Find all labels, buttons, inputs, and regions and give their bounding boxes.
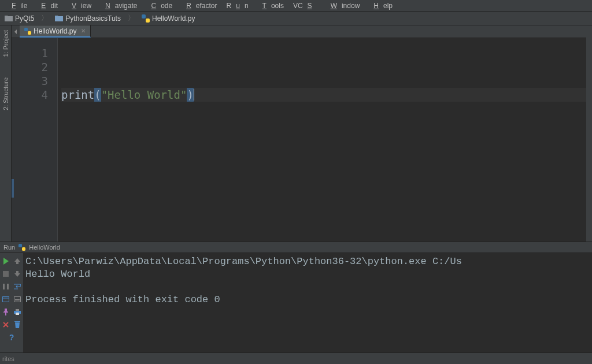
- line-number: 1: [12, 46, 48, 60]
- structure-marker: [12, 179, 14, 198]
- breadcrumb-file[interactable]: HelloWorld.py: [139, 13, 197, 24]
- run-label: Run: [3, 244, 15, 251]
- side-tab-structure[interactable]: 2: Structure: [1, 73, 10, 115]
- menu-tools[interactable]: Tools: [253, 1, 288, 11]
- svg-rect-12: [15, 299, 20, 300]
- code-line-4[interactable]: print("Hello World"): [61, 88, 592, 102]
- code-token-lparen: (: [94, 88, 101, 102]
- pin-icon[interactable]: [1, 307, 10, 317]
- up-arrow-icon[interactable]: [13, 257, 22, 266]
- menu-edit[interactable]: Edit: [32, 1, 62, 11]
- menu-vcs[interactable]: VCS: [288, 1, 321, 11]
- svg-rect-2: [24, 28, 28, 31]
- code-area[interactable]: print("Hello World"): [58, 38, 592, 242]
- side-tab-project-label: 1: Project: [2, 30, 9, 57]
- svg-rect-4: [18, 244, 22, 247]
- code-line-2[interactable]: [61, 60, 592, 74]
- line-number: 4: [12, 88, 48, 102]
- stop-button[interactable]: [1, 269, 10, 278]
- breadcrumb-file-label: HelloWorld.py: [152, 14, 195, 23]
- help-icon[interactable]: ?: [7, 333, 16, 342]
- hide-tool-window-icon[interactable]: [12, 25, 20, 38]
- chevron-right-icon: 〉: [127, 13, 136, 23]
- code-token-rparen: ): [187, 88, 193, 102]
- run-toolbar: ?: [0, 253, 23, 352]
- python-file-icon: [142, 14, 150, 23]
- console-line: Process finished with exit code 0: [25, 294, 220, 305]
- breadcrumb-root[interactable]: PyQt5: [2, 13, 36, 24]
- svg-rect-8: [7, 284, 9, 289]
- svg-rect-6: [3, 271, 9, 277]
- run-tool-body: ? C:\Users\Parwiz\AppData\Local\Programs…: [0, 253, 592, 352]
- menu-window[interactable]: Window: [321, 1, 365, 11]
- code-line-3[interactable]: [61, 74, 592, 88]
- menu-run[interactable]: Run: [222, 1, 253, 11]
- scroll-to-end-icon[interactable]: [13, 295, 22, 304]
- status-bar: rites: [0, 352, 592, 364]
- menu-bar: File Edit View Navigate Code Refactor Ru…: [0, 0, 592, 12]
- rerun-button[interactable]: [1, 257, 10, 266]
- console-line: C:\Users\Parwiz\AppData\Local\Programs\P…: [25, 256, 462, 267]
- breadcrumb-root-label: PyQt5: [15, 14, 34, 23]
- run-config-label: HelloWorld: [29, 244, 60, 251]
- svg-rect-3: [28, 31, 31, 35]
- code-token-string: "Hello World": [101, 88, 187, 102]
- console-line: Hello World: [25, 269, 90, 280]
- run-tool-header[interactable]: Run HelloWorld: [0, 242, 592, 253]
- svg-rect-5: [22, 247, 25, 251]
- line-number: 3: [12, 74, 48, 88]
- soft-wrap-icon[interactable]: [13, 282, 22, 291]
- code-line-1[interactable]: [61, 46, 592, 60]
- editor-vertical-scrollbar[interactable]: [586, 27, 592, 242]
- menu-view[interactable]: View: [62, 1, 96, 11]
- side-tab-project[interactable]: 1: Project: [1, 25, 10, 61]
- side-tab-structure-label: 2: Structure: [2, 77, 9, 110]
- editor-tab-bar: HelloWorld.py ✕: [12, 25, 592, 38]
- layout-icon[interactable]: [1, 295, 10, 304]
- editor-body[interactable]: 1 2 3 4 print("Hello World"): [12, 38, 592, 242]
- breadcrumb-folder[interactable]: PythonBasicsTuts: [53, 13, 123, 24]
- svg-rect-1: [146, 18, 150, 23]
- close-tab-icon[interactable]: ✕: [81, 28, 86, 34]
- pause-button[interactable]: [1, 282, 10, 291]
- svg-rect-0: [142, 14, 146, 18]
- caret: [194, 89, 194, 101]
- trash-icon[interactable]: [13, 320, 22, 329]
- chevron-right-icon: 〉: [40, 13, 49, 23]
- breadcrumb-folder-label: PythonBasicsTuts: [65, 14, 121, 23]
- menu-code[interactable]: Code: [142, 1, 177, 11]
- svg-rect-15: [16, 313, 19, 315]
- editor-tab-helloworld[interactable]: HelloWorld.py ✕: [20, 25, 91, 38]
- line-number-gutter: 1 2 3 4: [12, 38, 58, 242]
- close-run-icon[interactable]: [1, 320, 10, 329]
- menu-help[interactable]: Help: [364, 1, 397, 11]
- folder-icon: [55, 15, 63, 22]
- menu-navigate[interactable]: Navigate: [96, 1, 142, 11]
- svg-rect-9: [3, 297, 9, 302]
- line-number: 2: [12, 60, 48, 74]
- editor-area: HelloWorld.py ✕ 1 2 3 4 print("Hello Wor…: [12, 25, 592, 242]
- down-arrow-icon[interactable]: [13, 269, 22, 278]
- run-console[interactable]: C:\Users\Parwiz\AppData\Local\Programs\P…: [23, 253, 592, 352]
- menu-file[interactable]: File: [2, 1, 32, 11]
- menu-refactor[interactable]: Refactor: [177, 1, 221, 11]
- print-icon[interactable]: [13, 307, 22, 317]
- editor-tab-label: HelloWorld.py: [34, 27, 76, 35]
- breadcrumb: PyQt5 〉 PythonBasicsTuts 〉 HelloWorld.py: [0, 12, 592, 25]
- python-file-icon: [24, 28, 31, 35]
- code-token-func: print: [61, 88, 94, 102]
- status-text: rites: [2, 355, 14, 362]
- folder-icon: [5, 15, 13, 22]
- svg-rect-14: [16, 309, 19, 311]
- svg-rect-7: [3, 284, 5, 289]
- python-file-icon: [18, 244, 25, 251]
- left-gutter: 1: Project 2: Structure: [0, 25, 12, 242]
